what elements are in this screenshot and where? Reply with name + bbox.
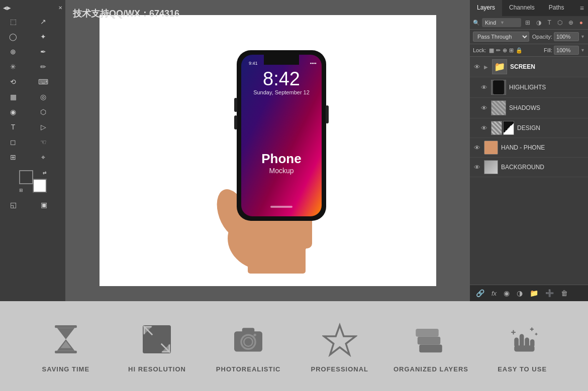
- hand-tool[interactable]: ☜: [33, 135, 53, 149]
- clone-stamp-tool[interactable]: ⟲: [3, 75, 23, 89]
- pixel-filter-icon[interactable]: ⊞: [523, 18, 532, 27]
- background-color[interactable]: [33, 179, 47, 193]
- move-tool[interactable]: ↗: [33, 15, 53, 29]
- panel-options-menu[interactable]: ≡: [576, 0, 588, 16]
- default-colors-icon[interactable]: ⊞: [19, 188, 23, 193]
- svg-rect-27: [55, 351, 77, 353]
- filter-toggle[interactable]: ●: [577, 18, 585, 27]
- type-filter-icon[interactable]: T: [545, 18, 553, 27]
- layer-bg-thumb: [484, 160, 498, 174]
- lock-image-icon[interactable]: ✏: [496, 47, 501, 54]
- layer-shadows-name: SHADOWS: [509, 104, 585, 111]
- photorealistic-icon: [228, 319, 268, 359]
- design-thumb-content: [503, 121, 514, 135]
- layer-shadows-visibility[interactable]: 👁: [480, 104, 488, 112]
- professional-icon: [320, 319, 360, 359]
- eraser-tool[interactable]: ⌨: [33, 75, 53, 89]
- blur-tool[interactable]: ◎: [33, 90, 53, 104]
- type-tool[interactable]: T: [3, 120, 23, 134]
- layer-hand-phone[interactable]: 👁 HAND - PHONE: [470, 138, 588, 158]
- pen-tool[interactable]: ⬡: [33, 105, 53, 119]
- svg-rect-34: [144, 326, 145, 334]
- toolbar-collapse[interactable]: ◀▶: [3, 5, 11, 11]
- layer-screen[interactable]: 👁 ▶ 📁 SCREEN: [470, 57, 588, 77]
- layer-hand-visibility[interactable]: 👁: [473, 144, 481, 152]
- path-select-tool[interactable]: ▷: [33, 120, 53, 134]
- swap-colors-icon[interactable]: ⇄: [43, 170, 47, 175]
- svg-text:Mockup: Mockup: [269, 167, 293, 175]
- layer-screen-expand[interactable]: ▶: [484, 64, 489, 70]
- layer-shadows[interactable]: 👁 SHADOWS: [470, 98, 588, 118]
- screen-mode-tool[interactable]: ▣: [34, 198, 54, 212]
- spot-heal-tool[interactable]: ✳: [3, 60, 23, 74]
- panel-tabs: Layers Channels Paths ≡: [470, 0, 588, 16]
- layer-bg-visibility[interactable]: 👁: [473, 164, 481, 171]
- layer-screen-visibility[interactable]: 👁: [473, 63, 481, 71]
- layer-design-visibility[interactable]: 👁: [480, 124, 488, 132]
- fill-input[interactable]: [554, 46, 579, 55]
- fx-icon[interactable]: fx: [489, 289, 499, 298]
- eyedropper-tool[interactable]: ✒: [33, 45, 53, 59]
- crop-tool[interactable]: ⊕: [3, 45, 23, 59]
- link-icon[interactable]: 🔗: [474, 288, 486, 298]
- layer-background[interactable]: 👁 BACKGROUND: [470, 158, 588, 177]
- organized-layers-icon: [411, 319, 451, 359]
- adjustment-icon[interactable]: ◑: [515, 288, 525, 298]
- fill-label: Fill:: [544, 47, 552, 53]
- gradient-tool[interactable]: ▦: [3, 90, 23, 104]
- opacity-label: Opacity:: [532, 34, 552, 40]
- layer-highlights-name: HIGHLIGHTS: [509, 84, 585, 91]
- svg-rect-17: [264, 55, 299, 65]
- svg-rect-46: [520, 334, 524, 347]
- opacity-input[interactable]: [554, 32, 579, 41]
- opacity-dropdown[interactable]: ▼: [580, 34, 585, 39]
- extra-tool[interactable]: ⌖: [33, 150, 53, 164]
- marquee-tool[interactable]: ⬚: [3, 15, 23, 29]
- layer-highlights-visibility[interactable]: 👁: [480, 84, 488, 91]
- new-layer-icon[interactable]: ➕: [543, 288, 556, 298]
- kind-filter[interactable]: Kind ▼: [482, 18, 521, 27]
- mask-icon[interactable]: ◉: [502, 288, 512, 298]
- lasso-tool[interactable]: ◯: [3, 30, 23, 44]
- toolbar-bottom: ◱ ▣: [0, 196, 65, 214]
- lock-artboard-icon[interactable]: ⊞: [509, 47, 514, 54]
- tab-channels[interactable]: Channels: [502, 0, 542, 16]
- kind-dropdown-arrow[interactable]: ▼: [500, 20, 505, 25]
- svg-rect-7: [248, 238, 306, 274]
- layers-panel: Layers Channels Paths ≡ 🔍 Kind ▼ ⊞ ◑ T ⬡…: [470, 0, 588, 301]
- lock-all-icon[interactable]: 🔒: [516, 47, 523, 54]
- tab-paths[interactable]: Paths: [542, 0, 571, 16]
- layer-design[interactable]: 👁 DESIGN: [470, 118, 588, 138]
- design-thumb-mask: [491, 121, 502, 135]
- blend-mode-select[interactable]: Pass Through: [473, 32, 529, 42]
- group-icon[interactable]: 📁: [528, 288, 540, 298]
- layer-highlights[interactable]: 👁 HIGHLIGHTS: [470, 77, 588, 98]
- toolbar-close[interactable]: ✕: [58, 5, 62, 11]
- canvas-area: 技术支持QQ/WX：674316: [65, 0, 470, 301]
- magic-wand-tool[interactable]: ✦: [33, 30, 53, 44]
- dodge-tool[interactable]: ◉: [3, 105, 23, 119]
- smart-filter-icon[interactable]: ⊕: [566, 18, 575, 27]
- canvas-content[interactable]: 9:41 ▪▪▪▪ 8:42 Sunday, September 12 Phon…: [100, 15, 436, 286]
- brush-tool[interactable]: ✏: [33, 60, 53, 74]
- svg-text:▪▪▪▪: ▪▪▪▪: [310, 61, 316, 66]
- feature-easy-to-use: EASY TO USE: [482, 319, 562, 373]
- tab-layers[interactable]: Layers: [470, 0, 502, 16]
- lock-position-icon[interactable]: ⊕: [503, 47, 507, 54]
- lock-transparent-icon[interactable]: ▦: [489, 47, 494, 54]
- quick-mask-tool[interactable]: ◱: [3, 198, 23, 212]
- zoom-tool[interactable]: ⊞: [3, 150, 23, 164]
- hourglass-svg: [48, 322, 83, 357]
- adjustment-filter-icon[interactable]: ◑: [534, 18, 543, 27]
- foreground-color[interactable]: [19, 170, 33, 184]
- layer-design-name: DESIGN: [517, 124, 585, 132]
- fill-dropdown[interactable]: ▼: [580, 48, 585, 53]
- shape-tool[interactable]: ◻: [3, 135, 23, 149]
- layer-design-thumbs: [491, 121, 514, 135]
- delete-layer-icon[interactable]: 🗑: [559, 288, 570, 298]
- svg-rect-38: [242, 328, 255, 333]
- easy-to-use-icon: [502, 319, 542, 359]
- svg-rect-25: [326, 105, 329, 123]
- shape-filter-icon[interactable]: ⬡: [555, 18, 564, 27]
- svg-rect-44: [418, 337, 441, 345]
